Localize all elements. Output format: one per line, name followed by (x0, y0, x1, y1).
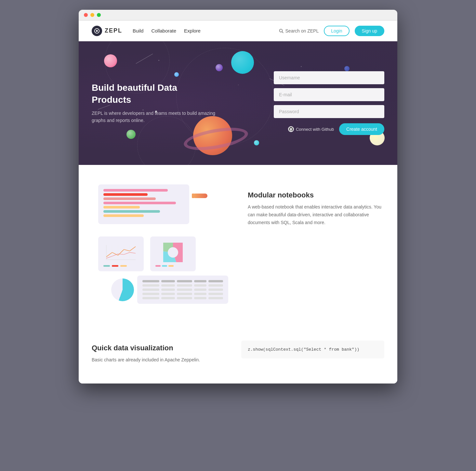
cell-2 (161, 293, 175, 295)
cell-5 (208, 280, 223, 282)
table-rows (142, 280, 223, 299)
cell-2 (161, 289, 175, 291)
table-row (142, 284, 223, 287)
navbar-right: Search on ZEPL Login Sign up (279, 26, 384, 36)
username-input[interactable] (274, 71, 384, 84)
cell-3 (177, 284, 192, 287)
github-label: Connect with Github (296, 127, 334, 132)
pie-area (155, 241, 191, 264)
code-line-7 (103, 214, 144, 217)
code-line-6 (103, 210, 160, 213)
table-card-wrapper (111, 276, 228, 304)
nav-links: Build Collaborate Explore (133, 28, 201, 34)
notebook-card-main (98, 184, 189, 224)
create-account-button[interactable]: Create account (339, 123, 384, 135)
code-line-3 (103, 197, 156, 200)
star-2 (238, 85, 239, 85)
content-section-1: Modular notebooks A web-based notebook t… (79, 165, 397, 328)
planet-dark-blue (344, 66, 350, 71)
cell-1 (142, 297, 159, 299)
signup-button[interactable]: Sign up (355, 26, 384, 36)
login-button[interactable]: Login (324, 26, 349, 36)
svg-point-14 (168, 247, 178, 258)
star-4 (301, 66, 302, 67)
maximize-dot[interactable] (97, 13, 101, 17)
logo[interactable]: ZEPL (92, 26, 122, 36)
quick-viz-title: Quick data visualization (92, 344, 222, 352)
cell-5 (208, 284, 223, 287)
chart-legend (103, 265, 139, 267)
pie-legend-orange (168, 265, 174, 267)
planet-teal-small (254, 140, 259, 145)
visual-group (92, 184, 228, 308)
table-row (142, 289, 223, 291)
cell-1 (142, 289, 159, 291)
password-input[interactable] (274, 105, 384, 118)
pie-legend-pink (155, 265, 161, 267)
navbar-left: ZEPL Build Collaborate Explore (92, 26, 201, 36)
legend-red (112, 265, 118, 267)
cell-4 (194, 297, 206, 299)
cell-3 (177, 293, 192, 295)
hero-title: Build beautiful Data Products (92, 82, 215, 106)
code-line-1 (103, 189, 168, 192)
table-row (142, 280, 223, 282)
logo-icon (92, 26, 102, 36)
cell-5 (208, 289, 223, 291)
cell-2 (161, 280, 175, 282)
email-input[interactable] (274, 88, 384, 101)
cell-4 (194, 293, 206, 295)
cell-4 (194, 284, 206, 287)
cell-2 (161, 284, 175, 287)
chart-card-left (98, 236, 144, 271)
cell-3 (177, 289, 192, 291)
hero-left: Build beautiful Data Products ZEPL is wh… (92, 82, 215, 124)
cell-1 (142, 280, 159, 282)
cell-4 (194, 289, 206, 291)
cell-2 (161, 297, 175, 299)
modular-notebooks-desc: A web-based notebook that enables intera… (248, 203, 384, 226)
table-row (142, 293, 223, 295)
logo-text: ZEPL (105, 27, 122, 34)
cell-3 (177, 297, 192, 299)
hero-form: Connect with Github Create account (274, 71, 384, 135)
table-row (142, 297, 223, 299)
search-label[interactable]: Search on ZEPL (279, 28, 319, 34)
quick-viz-desc: Basic charts are already included in Apa… (92, 356, 222, 364)
content-section-2: Quick data visualization Basic charts ar… (79, 328, 397, 384)
hero-section: Build beautiful Data Products ZEPL is wh… (79, 41, 397, 165)
close-dot[interactable] (84, 13, 88, 17)
star-1 (158, 60, 159, 61)
nav-collaborate[interactable]: Collaborate (151, 28, 176, 34)
pie-legend (155, 265, 191, 267)
pie-big (111, 278, 134, 301)
code-block: z.show(sqlContext.sql("Select * from ban… (241, 341, 384, 358)
browser-frame: ZEPL Build Collaborate Explore Search on… (79, 10, 397, 384)
code-lines (103, 189, 184, 217)
cell-5 (208, 297, 223, 299)
code-line-5 (103, 206, 140, 209)
svg-line-3 (282, 32, 283, 33)
hero-subtitle: ZEPL is where developers and teams meets… (92, 110, 215, 124)
code-text: z.show(sqlContext.sql("Select * from ban… (248, 347, 359, 352)
cell-4 (194, 280, 206, 282)
navbar: ZEPL Build Collaborate Explore Search on… (79, 20, 397, 41)
table-card (137, 276, 228, 304)
chart-area (103, 241, 139, 264)
github-connect[interactable]: Connect with Github (288, 126, 334, 132)
pie-legend-teal (162, 265, 167, 267)
pie-card (150, 236, 196, 271)
planet-teal (231, 51, 254, 74)
github-icon (288, 126, 294, 132)
cell-5 (208, 293, 223, 295)
search-icon (279, 29, 284, 33)
browser-chrome (79, 10, 397, 20)
nav-build[interactable]: Build (133, 28, 143, 34)
pencil (194, 194, 211, 199)
minimize-dot[interactable] (90, 13, 94, 17)
nav-explore[interactable]: Explore (184, 28, 201, 34)
modular-notebooks-title: Modular notebooks (248, 191, 384, 199)
cell-1 (142, 293, 159, 295)
left-content-2: Quick data visualization Basic charts ar… (92, 341, 222, 364)
code-line-4 (103, 202, 176, 204)
